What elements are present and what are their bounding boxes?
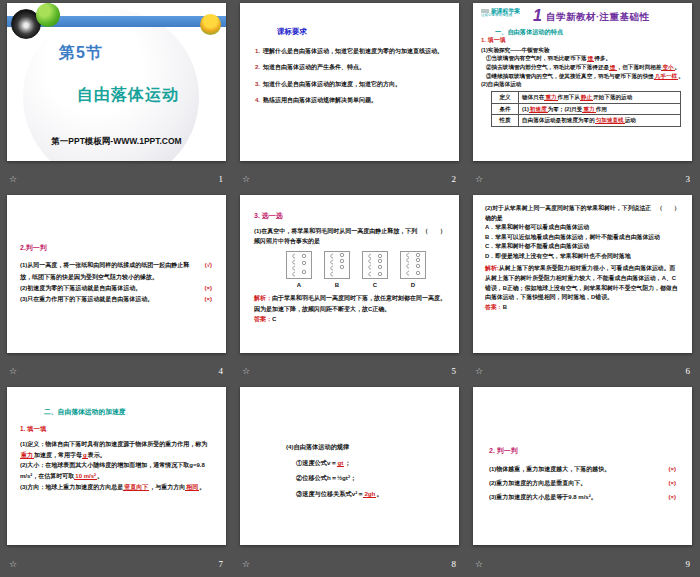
blank-line: ③继续抽取玻璃管内的空气，使其接近真空，羽毛与硬币下落的快慢几乎一样。 bbox=[481, 72, 685, 81]
answer-line: 答案：C bbox=[254, 314, 446, 324]
animation-star-icon[interactable]: ☆ bbox=[242, 175, 250, 184]
experiment-title: (1)实验探究——牛顿管实验 bbox=[481, 46, 685, 55]
animation-star-icon[interactable]: ☆ bbox=[475, 367, 483, 376]
animation-star-icon[interactable]: ☆ bbox=[242, 560, 250, 569]
blank-line: ②抽去玻璃管内部分空气，羽毛比硬币下落得还是慢，但下落时间相差变小。 bbox=[481, 63, 685, 72]
blank-line: ①当玻璃管内有空气时，羽毛比硬币下落慢得多。 bbox=[481, 54, 685, 63]
blank-line: (3)方向：地球上重力加速度的方向总是竖直向下，与重力方向相同。 bbox=[20, 482, 213, 493]
slide-thumbnail-5[interactable]: 3. 选一选 （ ） (1)在真空中，将苹果和羽毛同时从同一高度由静止释放，下列… bbox=[240, 195, 459, 353]
slide-number: 2 bbox=[452, 175, 457, 184]
strobe-photo-icon bbox=[362, 251, 388, 279]
fill-in-heading: 1. 填一填 bbox=[481, 36, 685, 45]
list-item: 3. 知道什么是自由落体运动的加速度，知道它的方向。 bbox=[255, 79, 447, 90]
judge-item: (3)重力加速度的大小总是等于9.8 m/s²。 (×) bbox=[489, 491, 676, 505]
formula-displacement: ②位移公式h＝½gt²； bbox=[286, 470, 459, 486]
item-text: 知道什么是自由落体运动的加速度，知道它的方向。 bbox=[263, 79, 401, 90]
judge-item: (3)只在重力作用下的下落运动就是自由落体运动。 (×) bbox=[20, 294, 212, 305]
analysis-text: 从树上落下的苹果所受阻力相对重力很小，可看成自由落体运动。而从树上落下的树叶所受… bbox=[485, 265, 678, 300]
item-text: 熟练运用自由落体运动规律解决简单问题。 bbox=[263, 95, 377, 106]
table-row: 定义 物体只在重力作用下从静止开始下落的运动 bbox=[492, 92, 681, 104]
option-box-b: B bbox=[324, 251, 350, 290]
main-title: 自由落体运动 bbox=[77, 85, 179, 106]
slide-number: 3 bbox=[686, 175, 691, 184]
row-value: (1)初速度为零；(2)只受重力作用 bbox=[519, 104, 681, 116]
animation-star-icon[interactable]: ☆ bbox=[242, 367, 250, 376]
question-text: （ ） (2)对于从苹果树上同一高度同时落下的苹果和树叶，下列说法正确的是 bbox=[485, 204, 680, 223]
row-value: 自由落体运动是初速度为零的匀加速直线运动 bbox=[519, 115, 681, 127]
slide-thumbnail-6[interactable]: （ ） (2)对于从苹果树上同一高度同时落下的苹果和树叶，下列说法正确的是 A．… bbox=[473, 195, 692, 353]
item-text: (1)物体越重，重力加速度越大，下落的越快。 bbox=[489, 463, 666, 477]
slide-number: 9 bbox=[686, 560, 691, 569]
answer-bracket: （ ） bbox=[422, 226, 446, 236]
analysis-paragraph: 解析：由于苹果和羽毛从同一高度同时下落，故任意时刻都在同一高度。因为是加速下降，… bbox=[254, 293, 446, 313]
animation-star-icon[interactable]: ☆ bbox=[9, 175, 17, 184]
option-box-d: D bbox=[400, 251, 426, 290]
rules-title: (4)自由落体运动的规律 bbox=[286, 439, 459, 455]
item-text: 知道自由落体运动的产生条件、特点。 bbox=[263, 62, 365, 73]
slide-thumbnail-1[interactable]: 第5节 自由落体运动 第一PPT模板网-WWW.1PPT.COM bbox=[7, 3, 226, 161]
animation-star-icon[interactable]: ☆ bbox=[475, 175, 483, 184]
slide-cell-1: 第5节 自由落体运动 第一PPT模板网-WWW.1PPT.COM ☆ 1 bbox=[0, 0, 233, 192]
slide-cell-9: 2. 判一判 (1)物体越重，重力加速度越大，下落的越快。 (×) (2)重力加… bbox=[466, 384, 700, 577]
slide-number: 6 bbox=[686, 367, 691, 376]
animation-star-icon[interactable]: ☆ bbox=[9, 367, 17, 376]
slide-thumbnail-2[interactable]: 课标要求 1. 理解什么是自由落体运动，知道它是初速度为零的匀加速直线运动。 2… bbox=[240, 3, 459, 161]
slide-cell-6: （ ） (2)对于从苹果树上同一高度同时落下的苹果和树叶，下列说法正确的是 A．… bbox=[466, 192, 700, 384]
topic-heading: 二、自由落体运动的加速度 bbox=[44, 406, 213, 418]
analysis-text: 由于苹果和羽毛从同一高度同时下落，故任意时刻都在同一高度。因为是加速下降，故频闪… bbox=[254, 295, 446, 311]
row-label: 定义 bbox=[492, 92, 519, 104]
option-label: A bbox=[286, 280, 312, 290]
formula-velocity: ①速度公式v＝gt； bbox=[286, 455, 459, 471]
slide-number: 7 bbox=[219, 560, 224, 569]
option-d: D．即便是地球上没有空气，苹果和树叶也不会同时落地 bbox=[485, 252, 680, 262]
formula-velocity-displacement: ③速度与位移关系式v²＝2gh。 bbox=[286, 486, 459, 502]
list-item: 2. 知道自由落体运动的产生条件、特点。 bbox=[255, 62, 447, 73]
question-text: （ ） (1)在真空中，将苹果和羽毛同时从同一高度由静止释放，下列频闪照片中符合… bbox=[254, 226, 446, 246]
list-item: 4. 熟练运用自由落体运动规律解决简单问题。 bbox=[255, 95, 447, 106]
green-leaf-logo-icon bbox=[36, 3, 60, 27]
judge-item: (1)物体越重，重力加速度越大，下落的越快。 (×) bbox=[489, 463, 676, 477]
slide-cell-8: (4)自由落体运动的规律 ①速度公式v＝gt； ②位移公式h＝½gt²； ③速度… bbox=[233, 384, 466, 577]
answer-label: 答案： bbox=[254, 316, 272, 322]
animation-star-icon[interactable]: ☆ bbox=[475, 560, 483, 569]
slide-cell-4: 2.判一判 (1)从同一高度，将一张纸和由同样的纸揉成的纸团一起由静止释放，纸团… bbox=[0, 192, 233, 384]
slide-number: 4 bbox=[219, 367, 224, 376]
item-text: (1)从同一高度，将一张纸和由同样的纸揉成的纸团一起由静止释放，纸团下落的快是因… bbox=[20, 260, 202, 283]
topic-heading: 一、自由落体运动的特点 bbox=[495, 27, 685, 37]
definition-table: 定义 物体只在重力作用下从静止开始下落的运动 条件 (1)初速度为零；(2)只受… bbox=[491, 91, 681, 127]
judge-item: (2)重力加速度的方向总是垂直向下。 (×) bbox=[489, 477, 676, 491]
option-label: C bbox=[362, 280, 388, 290]
animation-star-icon[interactable]: ☆ bbox=[9, 560, 17, 569]
item-text: (3)只在重力作用下的下落运动就是自由落体运动。 bbox=[20, 294, 202, 305]
strobe-photo-icon bbox=[286, 251, 312, 279]
xinkecheng-logo: 新课程学案 让核心素养落地生根 bbox=[481, 8, 531, 18]
slide-thumbnail-8[interactable]: (4)自由落体运动的规律 ①速度公式v＝gt； ②位移公式h＝½gt²； ③速度… bbox=[240, 387, 459, 545]
item-number: 3. bbox=[255, 79, 260, 90]
subsection-title: (2)自由落体运动 bbox=[481, 80, 685, 89]
slide-thumbnail-4[interactable]: 2.判一判 (1)从同一高度，将一张纸和由同样的纸揉成的纸团一起由静止释放，纸团… bbox=[7, 195, 226, 353]
option-c: C．苹果和树叶都不能看成自由落体运动 bbox=[485, 242, 680, 252]
table-row: 条件 (1)初速度为零；(2)只受重力作用 bbox=[492, 104, 681, 116]
item-text: 理解什么是自由落体运动，知道它是初速度为零的匀加速直线运动。 bbox=[263, 46, 443, 57]
strobe-photo-options: A B bbox=[286, 251, 446, 290]
slide-thumbnail-7[interactable]: 二、自由落体运动的加速度 1. 填一填 (1)定义：物体自由下落时具有的加速度源… bbox=[7, 387, 226, 545]
blank-line: (1)定义：物体自由下落时具有的加速度源于物体所受的重力作用，称为重力加速度，常… bbox=[20, 439, 213, 461]
answer-mark: (×) bbox=[669, 491, 677, 505]
answer-mark: (×) bbox=[205, 283, 213, 294]
slide-cell-2: 课标要求 1. 理解什么是自由落体运动，知道它是初速度为零的匀加速直线运动。 2… bbox=[233, 0, 466, 192]
judge-heading: 2. 判一判 bbox=[489, 443, 676, 459]
option-a: A．苹果和树叶都可以看成自由落体运动 bbox=[485, 223, 680, 233]
slide-thumbnail-3[interactable]: 新课程学案 让核心素养落地生根 1 自学新教材·注重基础性 一、自由落体运动的特… bbox=[473, 3, 692, 161]
analysis-label: 解析： bbox=[254, 295, 272, 301]
blank-line: (2)大小：在地球表面其大小随纬度的增加而增加，通常情况下取g=9.8 m/s²… bbox=[20, 460, 213, 482]
slide-thumbnail-9[interactable]: 2. 判一判 (1)物体越重，重力加速度越大，下落的越快。 (×) (2)重力加… bbox=[473, 387, 692, 545]
row-label: 性质 bbox=[492, 115, 519, 127]
judge-heading: 2.判一判 bbox=[20, 241, 212, 254]
question-body: (1)在真空中，将苹果和羽毛同时从同一高度由静止释放，下列频闪照片中符合事实的是 bbox=[254, 228, 417, 244]
judge-item: (2)初速度为零的下落运动就是自由落体运动。 (×) bbox=[20, 283, 212, 294]
slide-number: 8 bbox=[452, 560, 457, 569]
list-item: 1. 理解什么是自由落体运动，知道它是初速度为零的匀加速直线运动。 bbox=[255, 46, 447, 57]
option-label: D bbox=[400, 280, 426, 290]
slide-cell-5: 3. 选一选 （ ） (1)在真空中，将苹果和羽毛同时从同一高度由静止释放，下列… bbox=[233, 192, 466, 384]
slide-number: 1 bbox=[219, 175, 224, 184]
